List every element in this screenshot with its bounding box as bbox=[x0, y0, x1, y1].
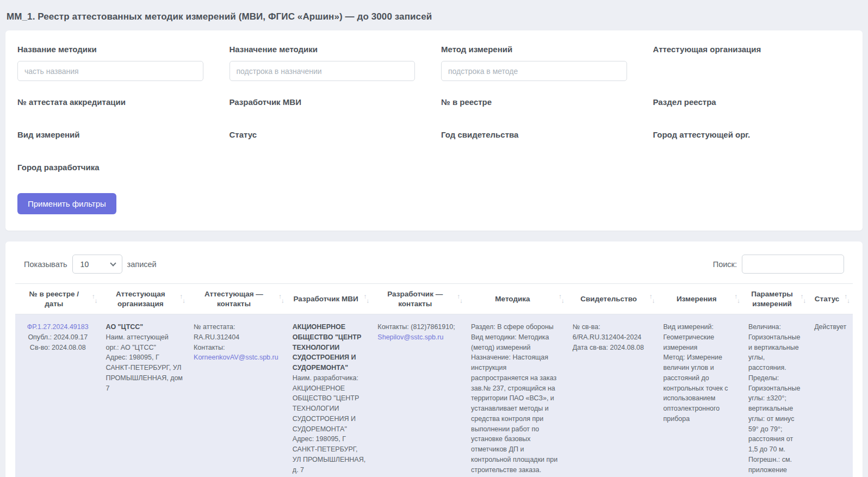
filter-panel: Название методики Назначение методики Ме… bbox=[5, 30, 863, 231]
header-attesting-org[interactable]: Аттестующая организация↑↓ bbox=[101, 284, 189, 314]
attesting-org-details: Наим. аттестующей орг.: АО "ЦТСС" Адрес:… bbox=[106, 333, 183, 392]
filter-developer-city: Город разработчика bbox=[17, 163, 215, 179]
filter-accreditation-number: № аттестата аккредитации bbox=[17, 97, 215, 114]
sort-icon[interactable]: ↑↓ bbox=[734, 296, 740, 302]
table-row: ФР.1.27.2024.49183Опубл.: 2024.09.17 Св-… bbox=[15, 314, 853, 477]
page-title: ММ_1. Реестр аттестованных методик измер… bbox=[7, 11, 861, 22]
filter-registry-number: № в реестре bbox=[441, 97, 639, 114]
registry-number-link[interactable]: ФР.1.27.2024.49183 bbox=[27, 322, 89, 332]
filter-status: Статус bbox=[230, 130, 427, 146]
cell-attesting-org: АО "ЦТСС" Наим. аттестующей орг.: АО "ЦТ… bbox=[101, 314, 189, 477]
developer-details: Наим. разработчика: АКЦИОНЕРНОЕ ОБЩЕСТВО… bbox=[293, 374, 365, 474]
published-date: Опубл.: 2024.09.17 bbox=[28, 333, 88, 341]
header-registry-number[interactable]: № в реестре / даты↑↓ bbox=[15, 284, 101, 314]
apply-filters-button[interactable]: Применить фильтры bbox=[17, 193, 116, 214]
attesting-email-link[interactable]: KorneenkovAV@sstc.spb.ru bbox=[194, 354, 278, 361]
cell-parameters: Величина: Горизонтальные и вертикальные … bbox=[743, 314, 809, 477]
cell-developer: АКЦИОНЕРНОЕ ОБЩЕСТВО "ЦЕНТР ТЕХНОЛОГИИ С… bbox=[287, 314, 373, 477]
filter-method-name-input[interactable] bbox=[17, 61, 203, 81]
filter-purpose-input[interactable] bbox=[230, 61, 416, 81]
sort-icon[interactable]: ↑↓ bbox=[801, 296, 807, 302]
page-size-select[interactable]: 10 bbox=[72, 255, 122, 274]
search-input[interactable] bbox=[742, 255, 844, 274]
header-attesting-contacts[interactable]: Аттестующая — контакты↑↓ bbox=[188, 284, 287, 314]
filter-measurement-kind: Вид измерений bbox=[17, 130, 215, 146]
table-controls: Показывать 10 записей Поиск: bbox=[15, 251, 853, 283]
attesting-org-name: АО "ЦТСС" bbox=[106, 323, 144, 331]
filter-attesting-city-label: Город аттестующей орг. bbox=[653, 130, 851, 139]
filter-registry-section: Раздел реестра bbox=[653, 97, 851, 114]
filter-measurement-kind-label: Вид измерений bbox=[17, 130, 215, 139]
cell-certificate: № св-ва: 6/RA.RU.312404-2024 Дата св-ва:… bbox=[567, 314, 658, 477]
header-certificate[interactable]: Свидетельство↑↓ bbox=[567, 284, 658, 314]
filter-measure-method-input[interactable] bbox=[441, 61, 627, 81]
attesting-contacts-text: № аттестата: RA.RU.312404 Контакты: bbox=[194, 323, 239, 351]
header-developer[interactable]: Разработчик МВИ↑↓ bbox=[287, 284, 373, 314]
table-header-row: № в реестре / даты↑↓ Аттестующая организ… bbox=[15, 284, 853, 314]
registry-table: № в реестре / даты↑↓ Аттестующая организ… bbox=[15, 283, 853, 477]
header-status[interactable]: Статус↑↓ bbox=[809, 284, 853, 314]
header-developer-contacts[interactable]: Разработчик — контакты↑↓ bbox=[372, 284, 466, 314]
filter-developer-city-label: Город разработчика bbox=[17, 163, 215, 172]
filter-developer: Разработчик МВИ bbox=[230, 97, 427, 114]
filter-purpose-label: Назначение методики bbox=[230, 45, 427, 54]
sort-icon[interactable]: ↑↓ bbox=[845, 296, 851, 302]
search-control: Поиск: bbox=[713, 255, 844, 274]
show-label: Показывать bbox=[24, 260, 67, 269]
filter-accreditation-number-label: № аттестата аккредитации bbox=[17, 97, 215, 107]
filter-method-name-label: Название методики bbox=[17, 45, 215, 54]
developer-contacts-text: Контакты: (812)7861910; bbox=[377, 323, 455, 331]
filter-measure-method-label: Метод измерений bbox=[441, 45, 639, 54]
filter-certificate-year: Год свидетельства bbox=[441, 130, 639, 146]
cell-developer-contacts: Контакты: (812)7861910; Shepilov@sstc.sp… bbox=[372, 314, 466, 477]
sort-icon[interactable]: ↑↓ bbox=[457, 296, 463, 302]
filter-developer-label: Разработчик МВИ bbox=[230, 97, 427, 107]
page-header: ММ_1. Реестр аттестованных методик измер… bbox=[0, 0, 868, 30]
search-label: Поиск: bbox=[713, 260, 737, 269]
filter-attesting-city: Город аттестующей орг. bbox=[653, 130, 851, 146]
filter-certificate-year-label: Год свидетельства bbox=[441, 130, 639, 139]
header-measurements[interactable]: Измерения↑↓ bbox=[658, 284, 743, 314]
records-label: записей bbox=[127, 260, 157, 269]
header-parameters[interactable]: Параметры измерений↑↓ bbox=[743, 284, 809, 314]
cell-registry-dates: ФР.1.27.2024.49183Опубл.: 2024.09.17 Св-… bbox=[15, 314, 101, 477]
filter-attesting-org: Аттестующая организация bbox=[653, 45, 851, 81]
filter-purpose: Назначение методики bbox=[230, 45, 427, 81]
sort-icon[interactable]: ↑↓ bbox=[180, 296, 186, 302]
sort-icon[interactable]: ↑↓ bbox=[559, 296, 565, 302]
sort-icon[interactable]: ↑↓ bbox=[278, 296, 284, 302]
sort-icon[interactable]: ↑↓ bbox=[92, 296, 98, 302]
developer-name: АКЦИОНЕРНОЕ ОБЩЕСТВО "ЦЕНТР ТЕХНОЛОГИИ С… bbox=[293, 323, 361, 371]
sort-icon[interactable]: ↑↓ bbox=[364, 296, 370, 302]
filter-method-name: Название методики bbox=[17, 45, 215, 81]
filter-registry-number-label: № в реестре bbox=[441, 97, 639, 107]
page-size-control: Показывать 10 записей bbox=[24, 255, 157, 274]
cell-measurements: Вид измерений: Геометрические измерения … bbox=[658, 314, 743, 477]
cell-methodology: Раздел: В сфере обороны Вид методики: Ме… bbox=[466, 314, 567, 477]
cell-attesting-contacts: № аттестата: RA.RU.312404 Контакты: Korn… bbox=[188, 314, 287, 477]
filter-status-label: Статус bbox=[230, 130, 427, 139]
certificate-date: Св-во: 2024.08.08 bbox=[30, 344, 86, 351]
cell-status: Действует bbox=[809, 314, 853, 477]
developer-email-link[interactable]: Shepilov@sstc.spb.ru bbox=[377, 333, 443, 341]
filter-attesting-org-label: Аттестующая организация bbox=[653, 45, 851, 54]
filter-measure-method: Метод измерений bbox=[441, 45, 639, 81]
sort-icon[interactable]: ↑↓ bbox=[649, 296, 655, 302]
header-methodology[interactable]: Методика↑↓ bbox=[466, 284, 567, 314]
results-panel: Показывать 10 записей Поиск: № в реестре… bbox=[5, 241, 863, 477]
filter-registry-section-label: Раздел реестра bbox=[653, 97, 851, 107]
